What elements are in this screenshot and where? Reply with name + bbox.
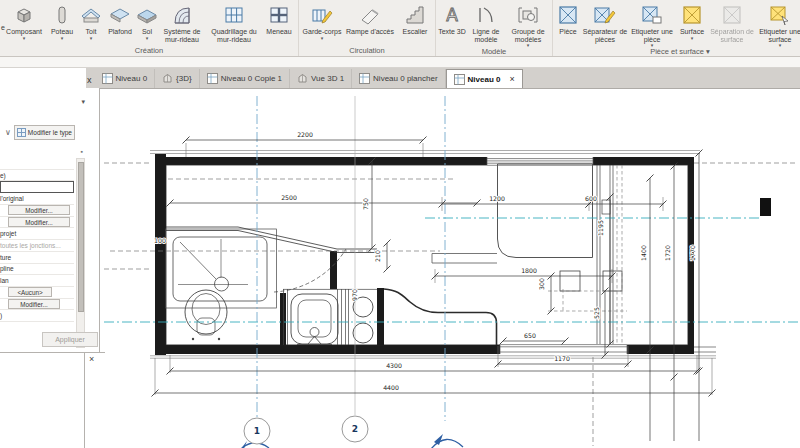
- chevron-down-icon[interactable]: ▾: [303, 36, 342, 40]
- ribbon-button-systeme-mur-rideau[interactable]: Système de mur-rideau: [158, 0, 206, 43]
- ribbon-button-ligne-modele[interactable]: Ligne de modèle: [466, 0, 506, 43]
- floor-plan-canvas[interactable]: 12 2200250012006001800650117043004400750…: [100, 89, 800, 448]
- ribbon-button-composant[interactable]: Composant▾: [2, 0, 46, 40]
- dimension-value[interactable]: 210: [374, 250, 381, 262]
- property-value-button[interactable]: <Aucun>: [8, 287, 52, 297]
- property-value-button[interactable]: Modifier...: [8, 217, 70, 227]
- ribbon-button-etiqueter-surface[interactable]: Etiqueter une surface▾: [755, 0, 800, 47]
- view-tab-label: Niveau 0: [116, 74, 148, 83]
- dimension-value[interactable]: 1770: [689, 245, 696, 261]
- property-label: toutes les jonctions...: [0, 242, 61, 249]
- edit-type-icon: [17, 128, 26, 137]
- ribbon-button-label: Quadrillage du mur-rideau: [206, 28, 262, 43]
- clipped-ribbon-button-label[interactable]: e: [1, 24, 5, 31]
- view-tab-niveau-0-plancher[interactable]: Niveau 0 plancher: [352, 69, 445, 88]
- dimension-value[interactable]: 1195: [597, 220, 604, 236]
- ribbon-button-label: Pièce: [559, 28, 577, 36]
- property-row[interactable]: [0, 181, 74, 193]
- dimension-value[interactable]: 650: [524, 332, 536, 339]
- ribbon-button-label: Système de mur-rideau: [158, 28, 206, 43]
- property-row: ture: [0, 252, 74, 264]
- ribbon-group-label[interactable]: Pièce et surface ▾: [555, 47, 800, 57]
- ribbon-button-escalier[interactable]: Escalier: [397, 0, 433, 36]
- dimension-value[interactable]: 600: [585, 195, 597, 202]
- tab-close-icon[interactable]: x: [86, 75, 95, 88]
- close-icon[interactable]: ×: [89, 354, 94, 364]
- dimension-value[interactable]: 2200: [297, 131, 313, 138]
- ribbon-button-toit[interactable]: Toit▾: [78, 0, 104, 40]
- view-3d-icon: [297, 73, 308, 84]
- ribbon-button-label: Ligne de modèle: [466, 28, 506, 43]
- dimension-value[interactable]: 4400: [383, 384, 399, 391]
- property-label: l'original: [0, 195, 24, 202]
- ribbon-button-sol[interactable]: Sol▾: [136, 0, 158, 40]
- modify-type-label: Modifier le type: [28, 129, 72, 136]
- view-tab-niveau-0[interactable]: Niveau 0×: [446, 69, 523, 88]
- view-tab-niveau-0[interactable]: Niveau 0: [95, 69, 156, 88]
- property-label: pline: [0, 265, 14, 272]
- view-tab--3d-[interactable]: {3D}: [155, 69, 200, 88]
- ribbon-button-label: Sol▾: [142, 28, 152, 40]
- properties-scrollbar[interactable]: [76, 158, 85, 348]
- property-label: ): [0, 312, 2, 319]
- ribbon-button-texte-3d[interactable]: ATexte 3D: [438, 0, 466, 36]
- tab-close-icon[interactable]: ×: [509, 74, 514, 84]
- dimension-value[interactable]: 1800: [521, 267, 537, 274]
- ribbon: Composant▾Poteau▾Toit▾PlafondSol▾Système…: [0, 0, 800, 57]
- view-tab-niveau-0-copie-1[interactable]: Niveau 0 Copie 1: [200, 69, 290, 88]
- ribbon-group-label: Modèle: [438, 47, 550, 57]
- ribbon-button-plafond[interactable]: Plafond: [104, 0, 136, 36]
- scrollbar-thumb[interactable]: [78, 162, 84, 312]
- floor-plan-icon: [207, 73, 218, 84]
- ribbon-button-etiqueter-piece[interactable]: Etiqueter une pièce▾: [629, 0, 675, 47]
- options-bar: [0, 57, 800, 68]
- ribbon-button-garde-corps[interactable]: Garde-corps▾: [301, 0, 343, 40]
- chevron-down-icon[interactable]: ▾: [86, 36, 97, 40]
- dimension-value[interactable]: 750: [362, 198, 369, 210]
- texte-3d-icon: A: [440, 3, 464, 27]
- ribbon-button-separateur-pieces[interactable]: Séparateur de pièces: [581, 0, 629, 43]
- property-row: pline: [0, 264, 74, 276]
- view-tab-label: Vue 3D 1: [311, 74, 344, 83]
- svg-text:A: A: [446, 5, 458, 25]
- drawing-area[interactable]: 12 2200250012006001800650117043004400750…: [100, 88, 800, 448]
- dimension-value[interactable]: 100: [154, 237, 166, 244]
- floor-plan-geometry: [104, 96, 798, 448]
- dimension-value[interactable]: 970: [351, 289, 358, 301]
- etiqueter-piece-icon: [640, 3, 664, 27]
- dimension-value[interactable]: 525: [593, 307, 600, 319]
- ribbon-button-meneau[interactable]: Meneau: [262, 0, 296, 36]
- chevron-down-icon[interactable]: ▾: [680, 36, 704, 40]
- ribbon-button-label: Séparation de surface: [709, 28, 755, 43]
- property-value-button[interactable]: Modifier...: [8, 205, 70, 215]
- ribbon-button-label: Escalier: [403, 28, 428, 36]
- dimension-value[interactable]: 1400: [640, 245, 647, 261]
- dimension-value[interactable]: 1720: [664, 245, 671, 261]
- combo-dropdown-icon[interactable]: ∨: [5, 128, 11, 137]
- pin-icon[interactable]: ▪: [81, 148, 83, 155]
- chevron-down-icon[interactable]: ▾: [51, 36, 73, 40]
- ribbon-button-surface[interactable]: Surface▾: [675, 0, 709, 40]
- chevron-down-icon[interactable]: ▾: [81, 98, 85, 106]
- ribbon-button-label: Séparateur de pièces: [581, 28, 629, 43]
- dimension-value[interactable]: 1170: [554, 355, 570, 362]
- dimension-value[interactable]: 4300: [386, 362, 402, 369]
- property-row: Modifier...: [0, 299, 74, 311]
- ribbon-button-groupe-modeles[interactable]: Groupe de modèles▾: [506, 0, 550, 47]
- dimension-value[interactable]: 2500: [281, 194, 297, 201]
- grid-bubble-label: 1: [254, 426, 260, 436]
- ribbon-button-poteau[interactable]: Poteau▾: [46, 0, 78, 40]
- ribbon-button-rampe-acces[interactable]: Rampe d'accès: [343, 0, 397, 36]
- apply-button[interactable]: Appliquer: [42, 332, 98, 347]
- ribbon-button-quadrillage-mur-rideau[interactable]: Quadrillage du mur-rideau: [206, 0, 262, 43]
- ribbon-button-piece[interactable]: Pièce: [555, 0, 581, 36]
- dimension-value[interactable]: 1200: [489, 195, 505, 202]
- dimension-value[interactable]: 300: [538, 278, 545, 290]
- modify-type-button[interactable]: Modifier le type: [14, 125, 75, 140]
- ribbon-group-label: Circulation: [301, 46, 433, 56]
- property-value-button[interactable]: Modifier...: [8, 299, 60, 309]
- chevron-down-icon[interactable]: ▾: [6, 36, 42, 40]
- chevron-down-icon[interactable]: ▾: [142, 36, 152, 40]
- plafond-icon: [108, 3, 132, 27]
- view-tab-vue-3d-1[interactable]: Vue 3D 1: [290, 69, 352, 88]
